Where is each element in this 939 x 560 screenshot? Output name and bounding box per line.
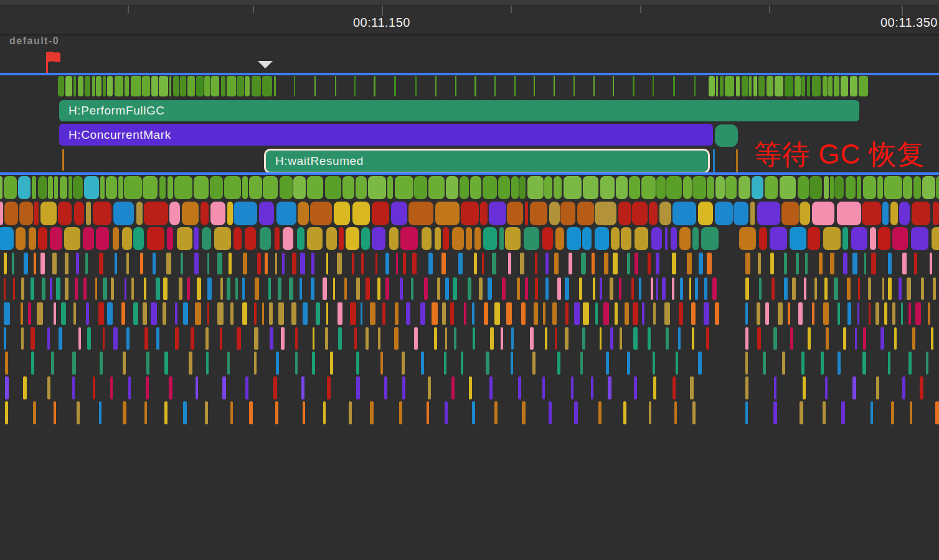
trace-slice[interactable] — [613, 253, 618, 274]
trace-slice[interactable] — [698, 352, 702, 375]
trace-slice[interactable] — [725, 76, 734, 96]
trace-slice[interactable] — [472, 401, 475, 424]
trace-slice[interactable] — [725, 176, 737, 199]
trace-slice[interactable] — [227, 76, 236, 96]
trace-slice[interactable] — [427, 401, 429, 424]
trace-slice[interactable] — [474, 227, 481, 250]
trace-slice[interactable] — [555, 227, 564, 250]
trace-slice[interactable] — [692, 401, 696, 424]
trace-slice[interactable] — [834, 176, 844, 199]
trace-slice[interactable] — [862, 352, 866, 375]
trace-slice[interactable] — [843, 253, 847, 274]
trace-slice[interactable] — [255, 278, 259, 300]
trace-slice[interactable] — [276, 352, 279, 375]
trace-slice[interactable] — [118, 176, 123, 199]
trace-slice[interactable] — [689, 278, 691, 300]
trace-slice[interactable] — [131, 278, 134, 300]
trace-slice[interactable] — [434, 327, 437, 350]
trace-slice[interactable] — [23, 376, 27, 399]
trace-slice[interactable] — [50, 227, 62, 250]
trace-slice[interactable] — [798, 176, 809, 199]
span-concurrent-mark[interactable]: H:ConcurrentMark — [59, 124, 713, 146]
trace-slice[interactable] — [564, 176, 582, 199]
trace-slice[interactable] — [428, 253, 433, 274]
trace-slice[interactable] — [300, 278, 302, 300]
trace-slice[interactable] — [633, 76, 635, 96]
trace-slice[interactable] — [366, 327, 369, 350]
trace-slice[interactable] — [715, 176, 725, 199]
trace-slice[interactable] — [187, 76, 195, 96]
trace-slice[interactable] — [339, 227, 344, 250]
trace-slice[interactable] — [394, 76, 396, 96]
trace-slice[interactable] — [275, 253, 277, 274]
trace-slice[interactable] — [207, 253, 209, 274]
trace-slice[interactable] — [749, 76, 752, 96]
trace-slice[interactable] — [87, 327, 91, 350]
trace-slice[interactable] — [313, 327, 314, 350]
trace-slice[interactable] — [757, 202, 780, 225]
trace-slice[interactable] — [651, 278, 653, 300]
trace-slice[interactable] — [707, 253, 712, 274]
trace-slice[interactable] — [262, 76, 272, 96]
trace-slice[interactable] — [443, 227, 449, 250]
trace-slice[interactable] — [444, 352, 446, 375]
trace-slice[interactable] — [42, 278, 45, 300]
trace-slice[interactable] — [445, 401, 448, 424]
trace-slice[interactable] — [912, 202, 930, 225]
trace-slice[interactable] — [126, 253, 129, 274]
trace-slice[interactable] — [237, 76, 244, 96]
trace-slice[interactable] — [888, 278, 892, 300]
trace-slice[interactable] — [50, 278, 52, 300]
trace-slice[interactable] — [174, 176, 192, 199]
trace-slice[interactable] — [598, 401, 602, 424]
trace-slice[interactable] — [801, 352, 805, 375]
trace-slice[interactable] — [4, 302, 10, 325]
trace-slice[interactable] — [635, 227, 648, 250]
trace-slice[interactable] — [153, 253, 156, 274]
trace-slice[interactable] — [115, 76, 123, 96]
trace-slice[interactable] — [442, 302, 446, 325]
trace-slice[interactable] — [206, 352, 209, 375]
trace-slice[interactable] — [375, 253, 377, 274]
trace-slice[interactable] — [687, 253, 692, 274]
trace-slice[interactable] — [303, 302, 308, 325]
trace-slice[interactable] — [72, 352, 76, 375]
trace-slice[interactable] — [930, 253, 932, 274]
trace-slice[interactable] — [804, 278, 806, 300]
trace-slice[interactable] — [37, 302, 43, 325]
trace-slice[interactable] — [674, 401, 677, 424]
trace-slice[interactable] — [888, 253, 892, 274]
trace-slice[interactable] — [93, 376, 95, 399]
trace-slice[interactable] — [757, 327, 761, 350]
trace-slice[interactable] — [344, 278, 347, 300]
trace-slice[interactable] — [824, 278, 828, 300]
trace-slice[interactable] — [506, 302, 512, 325]
trace-slice[interactable] — [530, 327, 534, 350]
span-wait-resumed-selected[interactable]: H:waitResumed — [264, 149, 710, 174]
trace-slice[interactable] — [168, 176, 173, 199]
trace-slice[interactable] — [234, 202, 257, 225]
trace-slice[interactable] — [103, 278, 107, 300]
trace-slice[interactable] — [884, 302, 887, 325]
trace-slice[interactable] — [217, 253, 222, 274]
trace-slice[interactable] — [96, 76, 101, 96]
trace-slice[interactable] — [838, 352, 841, 375]
trace-slice[interactable] — [354, 327, 357, 350]
trace-slice[interactable] — [595, 227, 609, 250]
trace-slice[interactable] — [73, 176, 83, 199]
trace-slice[interactable] — [678, 327, 681, 350]
trace-slice[interactable] — [295, 327, 298, 350]
trace-slice[interactable] — [692, 327, 694, 350]
trace-slice[interactable] — [411, 278, 413, 300]
trace-slice[interactable] — [483, 227, 497, 250]
trace-slice[interactable] — [875, 302, 879, 325]
trace-slice[interactable] — [720, 76, 724, 96]
trace-slice[interactable] — [567, 227, 581, 250]
trace-slice[interactable] — [608, 376, 611, 399]
trace-slice[interactable] — [852, 376, 856, 399]
trace-slice[interactable] — [169, 202, 180, 225]
trace-slice[interactable] — [399, 401, 402, 424]
trace-slice[interactable] — [84, 176, 99, 199]
trace-slice[interactable] — [356, 278, 360, 300]
trace-slice[interactable] — [100, 176, 105, 199]
